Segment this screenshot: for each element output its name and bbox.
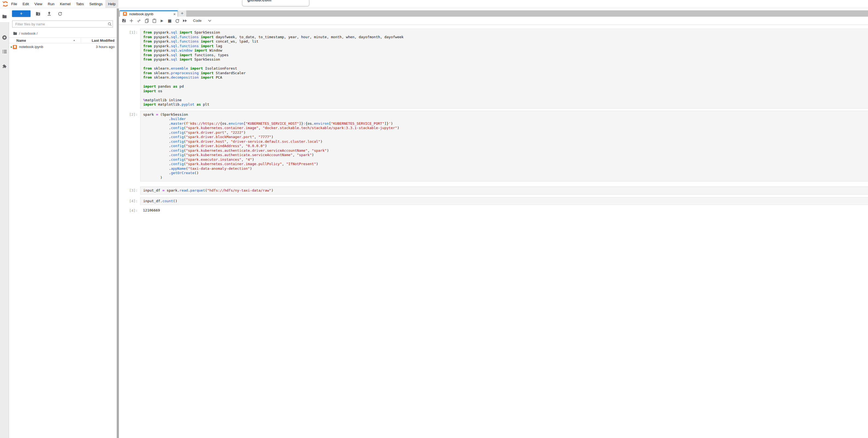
- tab-bar: notebook.ipynb × +: [119, 10, 434, 17]
- file-browser-panel: + / notebook / Name: [9, 8, 117, 219]
- stop-button[interactable]: ■: [166, 17, 174, 24]
- running-kernels-tab[interactable]: [0, 33, 9, 41]
- file-browser-tab[interactable]: [0, 12, 9, 21]
- run-button[interactable]: ▶: [158, 17, 166, 24]
- cell-editor[interactable]: spark = (SparkSession .builder .master(f…: [140, 111, 434, 182]
- upload-button[interactable]: [46, 11, 52, 17]
- add-cell-icon: [129, 19, 133, 23]
- table-of-contents-icon: [2, 50, 7, 54]
- column-name[interactable]: Name: [17, 38, 26, 42]
- new-launcher-button[interactable]: +: [12, 10, 31, 17]
- menu-run[interactable]: Run: [45, 0, 57, 8]
- refresh-button[interactable]: [57, 11, 63, 17]
- file-list-header: Name ▲ Last Modified: [9, 37, 117, 43]
- file-row[interactable]: notebook.ipynb 3 hours ago: [9, 43, 117, 51]
- running-kernels-icon: [2, 35, 7, 40]
- sort-ascending-icon[interactable]: ▲: [73, 39, 75, 41]
- new-tab-button[interactable]: +: [178, 10, 186, 17]
- cell-editor[interactable]: input_df = spark.read.parquet("hdfs://hd…: [140, 187, 434, 195]
- table-of-contents-tab[interactable]: [0, 48, 9, 56]
- breadcrumb-path[interactable]: / notebook /: [19, 31, 38, 35]
- extensions-tab[interactable]: [0, 62, 9, 70]
- cell-list: [1]:from pyspark.sql import SparkSession…: [119, 25, 434, 214]
- stop-icon: ■: [168, 18, 172, 23]
- menu-kernel[interactable]: Kernel: [57, 0, 73, 8]
- add-cell-button[interactable]: [128, 17, 135, 24]
- copy-icon: [145, 19, 149, 23]
- cell-prompt: [3]:: [120, 187, 140, 193]
- cell-prompt: [4]:: [120, 197, 140, 204]
- notebook-tab-icon: [123, 12, 127, 16]
- paste-button[interactable]: [151, 17, 158, 24]
- left-sidebar-rail: [0, 8, 9, 219]
- cell-editor[interactable]: from pyspark.sql import SparkSession fro…: [140, 29, 434, 109]
- cell-type-value: Code: [193, 19, 202, 23]
- tab-notebook[interactable]: notebook.ipynb ×: [120, 10, 178, 17]
- kernel-running-dot: [11, 47, 12, 48]
- restart-icon: [175, 19, 180, 23]
- notebook-file-icon: [13, 45, 17, 49]
- code-cell: [3]:input_df = spark.read.parquet("hdfs:…: [120, 187, 434, 195]
- cell-prompt: [1]:: [120, 29, 140, 35]
- menu-edit[interactable]: Edit: [20, 0, 32, 8]
- cut-button[interactable]: ✂: [135, 17, 143, 24]
- extensions-puzzle-icon: [2, 64, 7, 69]
- browser-status-tooltip: github.com: [242, 0, 309, 6]
- cell-prompt: [2]:: [120, 111, 140, 117]
- menu-tabs[interactable]: Tabs: [73, 0, 87, 8]
- folder-icon: [2, 14, 7, 19]
- menu-settings[interactable]: Settings: [87, 0, 105, 8]
- menu-bar: File Edit View Run Kernel Tabs Settings …: [0, 0, 434, 8]
- run-all-icon: [183, 19, 187, 23]
- output-prompt: [4]:: [120, 207, 140, 213]
- code-cell: [2]:spark = (SparkSession .builder .mast…: [120, 111, 434, 182]
- cut-icon: ✂: [136, 17, 142, 24]
- menu-view[interactable]: View: [32, 0, 45, 8]
- menu-help[interactable]: Help: [105, 0, 118, 8]
- save-icon: [122, 19, 126, 23]
- run-icon: ▶: [161, 19, 163, 23]
- tab-close-icon[interactable]: ×: [172, 12, 178, 17]
- breadcrumb[interactable]: / notebook /: [13, 31, 38, 36]
- file-modified: 3 hours ago: [96, 45, 115, 49]
- tab-label: notebook.ipynb: [129, 12, 172, 16]
- restart-kernel-button[interactable]: [174, 17, 181, 24]
- cell-type-dropdown[interactable]: Code: [193, 19, 211, 23]
- home-folder-icon[interactable]: [13, 32, 17, 35]
- search-icon: [106, 22, 113, 26]
- output-row: [4]:12106669: [120, 207, 434, 214]
- notebook-toolbar: ✂ ▶ ■: [119, 17, 434, 25]
- code-cell: [1]:from pyspark.sql import SparkSession…: [120, 29, 434, 109]
- notebook-content: [1]:from pyspark.sql import SparkSession…: [119, 25, 434, 219]
- menu-file[interactable]: File: [8, 0, 20, 8]
- cell-editor[interactable]: input_df.count(): [140, 197, 434, 205]
- panel-splitter[interactable]: [117, 8, 119, 219]
- column-last-modified[interactable]: Last Modified: [92, 38, 115, 42]
- new-folder-button[interactable]: [35, 11, 41, 17]
- filter-files-box: [12, 21, 113, 28]
- copy-button[interactable]: [143, 17, 151, 24]
- chevron-down-icon: [208, 20, 211, 22]
- app-logo-icon: [2, 1, 8, 7]
- file-name: notebook.ipynb: [19, 45, 43, 49]
- paste-icon: [152, 19, 156, 23]
- notebook-panel: notebook.ipynb × + ✂: [119, 8, 434, 219]
- code-cell: [4]:input_df.count(): [120, 197, 434, 205]
- tooltip-text: github.com: [247, 0, 309, 2]
- filter-files-input[interactable]: [12, 22, 106, 26]
- cell-output: 12106669: [140, 207, 434, 214]
- save-button[interactable]: [120, 17, 128, 24]
- restart-run-all-button[interactable]: [181, 17, 189, 24]
